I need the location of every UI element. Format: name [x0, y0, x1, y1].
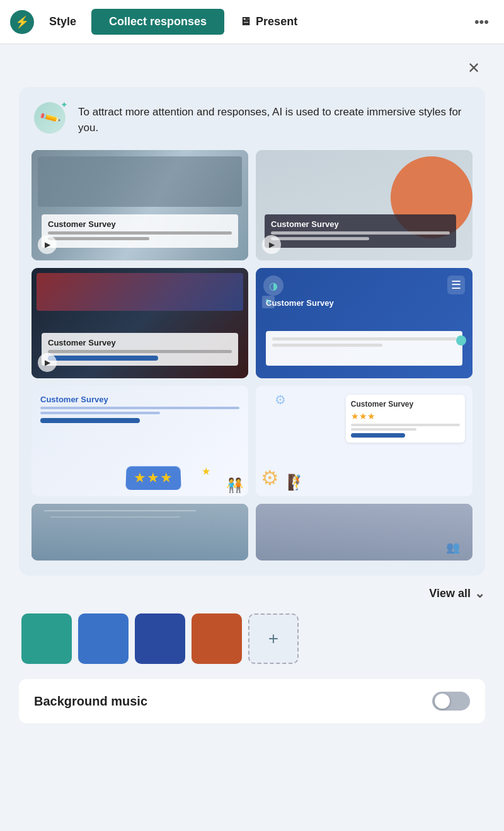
header: ⚡ Style Collect responses 🖥 Present •••: [0, 0, 504, 44]
collect-responses-button[interactable]: Collect responses: [91, 9, 224, 35]
chevron-down-icon: ⌄: [474, 586, 485, 601]
background-music-toggle[interactable]: [432, 692, 470, 711]
logo-icon: ⚡: [15, 15, 29, 29]
card-1-title: Customer Survey: [48, 219, 232, 229]
close-row: ✕: [19, 57, 485, 79]
styles-grid: Customer Survey ▶ Customer Survey ▶: [32, 150, 472, 561]
card-4-clock-icon: ◑: [263, 276, 284, 296]
style-card-1[interactable]: Customer Survey ▶: [32, 150, 248, 260]
app-logo: ⚡: [10, 10, 34, 34]
background-music-row: Background music: [19, 679, 485, 723]
style-card-7[interactable]: [32, 504, 248, 561]
card-4-title: Customer Survey: [266, 298, 435, 308]
swatch-rust[interactable]: [192, 613, 242, 664]
ai-banner: ✏️ ✦ To attract more attention and respo…: [32, 102, 472, 137]
monitor-icon: 🖥: [239, 15, 251, 28]
view-all-button[interactable]: View all ⌄: [429, 586, 485, 601]
style-card-4[interactable]: ◑ ☰ Customer Survey ✎: [256, 268, 472, 378]
main-content: ✕ ✏️ ✦ To attract more attention and res…: [0, 44, 504, 831]
close-button[interactable]: ✕: [462, 57, 485, 79]
sparkle-icon: ✦: [60, 100, 68, 110]
card-2-play-btn[interactable]: ▶: [262, 235, 281, 254]
ai-banner-text: To attract more attention and responses,…: [78, 104, 470, 136]
pencil-icon: ✏️: [38, 107, 61, 129]
swatch-teal[interactable]: [21, 613, 72, 664]
card-3-title: Customer Survey: [48, 338, 232, 347]
style-card-3[interactable]: Customer Survey ▶: [32, 268, 248, 378]
add-color-button[interactable]: +: [248, 613, 299, 664]
style-card-2[interactable]: Customer Survey ▶: [256, 150, 472, 260]
more-options-button[interactable]: •••: [469, 9, 494, 35]
style-card-8[interactable]: 👥: [256, 504, 472, 561]
card-2-title: Customer Survey: [271, 219, 450, 229]
card-3-play-btn[interactable]: ▶: [38, 353, 57, 372]
background-music-label: Background music: [34, 694, 147, 709]
style-card-6[interactable]: ⚙ ⚙ 🧗 Customer Survey ★★★: [256, 386, 472, 496]
swatch-dark-blue[interactable]: [135, 613, 185, 664]
card-4-list-icon: ☰: [447, 276, 465, 294]
present-button[interactable]: 🖥 Present: [229, 10, 307, 33]
style-button[interactable]: Style: [39, 10, 86, 33]
ai-icon: ✏️ ✦: [34, 102, 69, 137]
toggle-knob: [435, 694, 450, 709]
card-5-title: Customer Survey: [40, 395, 239, 404]
card-6-title: Customer Survey: [351, 400, 460, 409]
color-swatches: +: [19, 613, 485, 664]
view-all-row: View all ⌄: [19, 586, 485, 601]
style-card-5[interactable]: Customer Survey ★★★ 🧑‍🤝‍🧑 ★: [32, 386, 248, 496]
swatch-blue[interactable]: [78, 613, 129, 664]
styles-panel: ✏️ ✦ To attract more attention and respo…: [19, 87, 485, 576]
card-1-play-btn[interactable]: ▶: [38, 235, 57, 254]
